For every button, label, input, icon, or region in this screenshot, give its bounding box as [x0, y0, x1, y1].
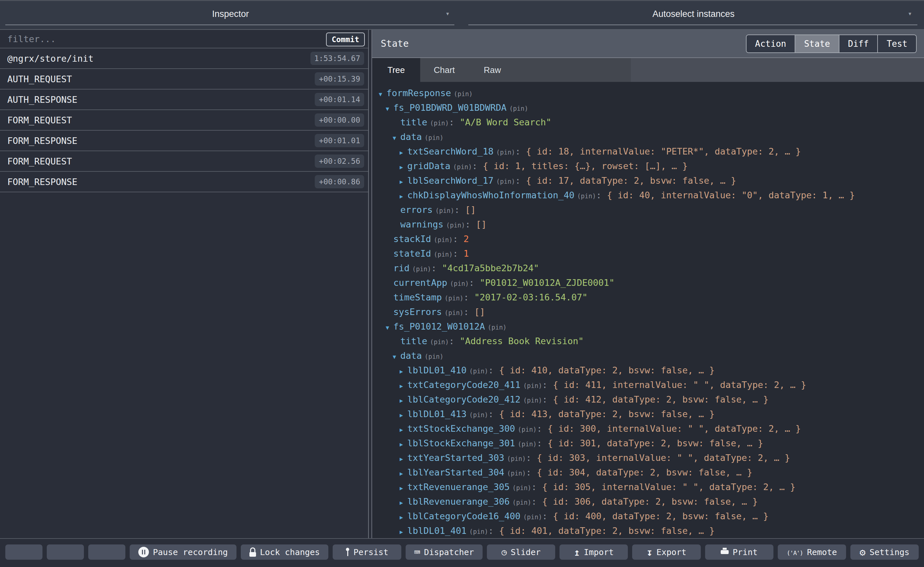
tree-row[interactable]: rid(pin): "4cd17a5bbe2b7b24" — [372, 261, 924, 276]
action-list-item[interactable]: FORM_REQUEST+00:02.56 — [0, 151, 368, 172]
view-tab-raw[interactable]: Raw — [468, 58, 516, 82]
tree-row[interactable]: ▶lblRevenuerange_306(pin): { id: 306, da… — [372, 494, 924, 509]
tab-diff[interactable]: Diff — [839, 35, 878, 52]
tree-row[interactable]: ▶lblDL01_401(pin): { id: 401, dataType: … — [372, 524, 924, 538]
tree-row[interactable]: ▼fs_P01012_W01012A(pin) — [372, 319, 924, 334]
pin-badge[interactable]: (pin) — [424, 134, 443, 141]
tree-row[interactable]: timeStamp(pin): "2017-02-03:16.54.07" — [372, 290, 924, 305]
autoselect-instances-dropdown[interactable]: Autoselect instances ▾ — [463, 1, 924, 29]
tree-row[interactable]: stateId(pin): 1 — [372, 246, 924, 261]
pin-badge[interactable]: (pin) — [469, 528, 488, 535]
tree-row[interactable]: ▶txtStockExchange_300(pin): { id: 300, i… — [372, 422, 924, 436]
tree-row[interactable]: sysErrors(pin): [] — [372, 305, 924, 319]
action-list-item[interactable]: AUTH_REQUEST+00:15.39 — [0, 69, 368, 90]
tree-row[interactable]: ▶txtRevenuerange_305(pin): { id: 305, in… — [372, 480, 924, 494]
collapse-icon[interactable]: ▼ — [393, 350, 400, 364]
tree-row[interactable]: ▶txtSearchWord_18(pin): { id: 18, intern… — [372, 144, 924, 159]
expand-icon[interactable]: ▶ — [400, 510, 407, 525]
pin-badge[interactable]: (pin) — [444, 294, 464, 302]
action-list-item[interactable]: @ngrx/store/init1:53:54.67 — [0, 48, 368, 69]
action-list-item[interactable]: FORM_RESPONSE+00:00.86 — [0, 172, 368, 192]
tab-action[interactable]: Action — [747, 35, 795, 52]
panel-divider[interactable] — [369, 30, 372, 538]
dock-left-button[interactable] — [5, 544, 42, 560]
pin-badge[interactable]: (pin) — [412, 265, 431, 273]
slider-button[interactable]: Slider — [487, 544, 555, 560]
action-list-item[interactable]: FORM_RESPONSE+00:01.01 — [0, 130, 368, 151]
tree-row[interactable]: ▶txtYearStarted_303(pin): { id: 303, int… — [372, 451, 924, 465]
expand-icon[interactable]: ▶ — [400, 437, 407, 452]
pin-badge[interactable]: (pin) — [469, 368, 488, 375]
pin-badge[interactable]: (pin) — [496, 178, 515, 185]
view-tab-tree[interactable]: Tree — [372, 58, 420, 82]
tree-row[interactable]: ▼data(pin) — [372, 348, 924, 363]
pin-badge[interactable]: (pin) — [446, 222, 465, 229]
action-list-item[interactable]: FORM_REQUEST+00:00.00 — [0, 110, 368, 130]
tree-row[interactable]: ▶chkDisplayWhosWhoInformation_40(pin): {… — [372, 188, 924, 202]
pin-badge[interactable]: (pin) — [434, 236, 453, 243]
expand-icon[interactable]: ▶ — [400, 481, 407, 495]
tree-row[interactable]: ▶lblYearStarted_304(pin): { id: 304, dat… — [372, 465, 924, 480]
tree-row[interactable]: ▶lblDL01_410(pin): { id: 410, dataType: … — [372, 363, 924, 378]
pin-badge[interactable]: (pin) — [523, 397, 542, 404]
expand-icon[interactable]: ▶ — [400, 160, 407, 174]
collapse-icon[interactable]: ▼ — [379, 87, 386, 102]
tab-test[interactable]: Test — [877, 35, 916, 52]
action-list-item[interactable]: AUTH_RESPONSE+00:01.14 — [0, 90, 368, 110]
tree-row[interactable]: ▶lblDL01_413(pin): { id: 413, dataType: … — [372, 407, 924, 422]
tree-row[interactable]: title(pin): "Address Book Revision" — [372, 334, 924, 348]
pin-badge[interactable]: (pin) — [450, 280, 469, 287]
dock-bottom-button[interactable] — [88, 544, 125, 560]
remote-button[interactable]: Remote — [778, 544, 846, 560]
tree-row[interactable]: ▼formResponse(pin) — [372, 86, 924, 100]
pin-badge[interactable]: (pin) — [453, 163, 472, 170]
expand-icon[interactable]: ▶ — [400, 452, 407, 466]
pin-badge[interactable]: (pin) — [507, 455, 526, 462]
expand-icon[interactable]: ▶ — [400, 466, 407, 481]
expand-icon[interactable]: ▶ — [400, 495, 407, 510]
pin-badge[interactable]: (pin) — [507, 470, 526, 477]
collapse-icon[interactable]: ▼ — [386, 320, 393, 335]
lock-changes-button[interactable]: Lock changes — [241, 544, 328, 560]
print-button[interactable]: Print — [705, 544, 773, 560]
settings-button[interactable]: Settings — [850, 544, 919, 560]
pin-badge[interactable]: (pin) — [509, 105, 528, 112]
pin-badge[interactable]: (pin) — [512, 484, 531, 491]
pin-badge[interactable]: (pin) — [444, 309, 464, 316]
tree-row[interactable]: stackId(pin): 2 — [372, 232, 924, 246]
expand-icon[interactable]: ▶ — [400, 379, 407, 393]
expand-icon[interactable]: ▶ — [400, 145, 407, 160]
inspector-dropdown[interactable]: Inspector ▾ — [0, 1, 461, 29]
pin-badge[interactable]: (pin) — [434, 250, 453, 258]
tree-row[interactable]: ▶gridData(pin): { id: 1, titles: {…}, ro… — [372, 159, 924, 173]
pin-badge[interactable]: (pin) — [577, 192, 596, 200]
pin-badge[interactable]: (pin) — [496, 148, 515, 156]
pin-badge[interactable]: (pin) — [424, 353, 443, 360]
expand-icon[interactable]: ▶ — [400, 393, 407, 408]
pin-badge[interactable]: (pin) — [523, 382, 542, 389]
collapse-icon[interactable]: ▼ — [393, 130, 400, 145]
pin-badge[interactable]: (pin) — [430, 338, 449, 345]
pin-badge[interactable]: (pin) — [430, 119, 449, 127]
tree-row[interactable]: ▶txtCategoryCode20_411(pin): { id: 411, … — [372, 378, 924, 392]
expand-icon[interactable]: ▶ — [400, 525, 407, 538]
export-button[interactable]: Export — [632, 544, 700, 560]
commit-button[interactable]: Commit — [326, 33, 365, 46]
tree-row[interactable]: title(pin): "A/B Word Search" — [372, 115, 924, 130]
expand-icon[interactable]: ▶ — [400, 364, 407, 379]
pin-badge[interactable]: (pin) — [518, 440, 537, 448]
tab-state[interactable]: State — [795, 35, 838, 52]
expand-icon[interactable]: ▶ — [400, 189, 407, 204]
tree-row[interactable]: ▶lblSearchWord_17(pin): { id: 17, dataTy… — [372, 173, 924, 188]
pin-badge[interactable]: (pin) — [512, 499, 531, 506]
pin-badge[interactable]: (pin) — [435, 207, 454, 214]
tree-row[interactable]: errors(pin): [] — [372, 202, 924, 217]
tree-row[interactable]: warnings(pin): [] — [372, 217, 924, 232]
pin-badge[interactable]: (pin) — [488, 324, 507, 331]
tree-row[interactable]: ▶lblCategoryCode16_400(pin): { id: 400, … — [372, 509, 924, 524]
filter-input[interactable] — [0, 30, 279, 48]
pin-badge[interactable]: (pin) — [454, 90, 472, 98]
dispatcher-button[interactable]: Dispatcher — [406, 544, 483, 560]
pin-badge[interactable]: (pin) — [523, 513, 542, 520]
dock-right-button[interactable] — [47, 544, 84, 560]
